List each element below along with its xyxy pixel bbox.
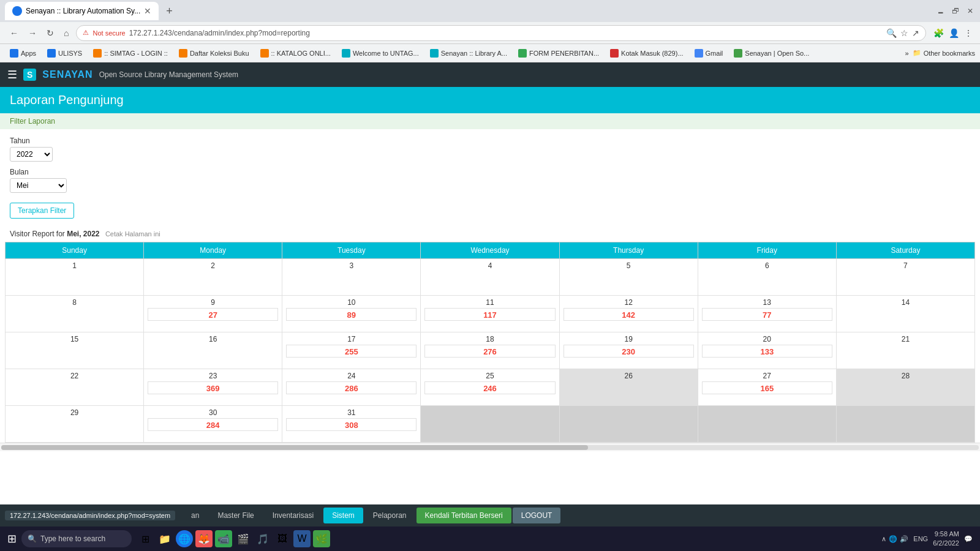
filter-section: Filter Laporan [0,113,980,129]
word-icon[interactable]: W [293,530,311,547]
clock[interactable]: 9:58 AM 6/2/2022 [933,530,959,549]
scrollbar-track[interactable] [1,445,979,450]
bookmark-gmail[interactable]: Gmail [690,47,728,59]
header-wednesday: Wednesday [421,242,559,259]
scrollbar-thumb[interactable] [1,445,588,450]
notification-icon[interactable]: 💬 [964,535,973,543]
nav-item-logout[interactable]: LOGOUT [513,508,561,523]
active-tab[interactable]: Senayan :: Library Automation Sy... ✕ [5,2,159,20]
calendar-cell: 7 [836,259,974,296]
calendar-cell: 19230 [559,332,698,369]
restore-button[interactable]: 🗗 [951,6,960,16]
file-manager-icon[interactable]: 📁 [156,530,173,547]
start-button[interactable]: ⊞ [2,532,21,545]
nav-item-inventarisasi[interactable]: Inventarisasi [264,508,322,523]
bookmark-form[interactable]: FORM PENERBITAN... [513,47,604,59]
minimize-button[interactable]: 🗕 [936,6,946,16]
senayan-lib-label: Senayan :: Library A... [441,50,507,57]
photo-icon[interactable]: 🖼 [274,530,291,547]
green-icon[interactable]: 🌿 [313,530,330,547]
day-number: 31 [286,408,417,417]
other-bookmarks[interactable]: 📁 Other bookmarks [913,49,975,57]
nav-item-pelaporan[interactable]: Pelaporan [364,508,415,523]
nav-item-an[interactable]: an [183,508,208,523]
bookmark-welcome[interactable]: Welcome to UNTAG... [337,47,424,59]
day-number: 30 [148,408,278,417]
nav-item-sistem[interactable]: Sistem [323,508,363,523]
nav-item-kendali[interactable]: Kendali Terbitan Berseri [417,508,511,523]
new-tab-button[interactable]: + [161,5,178,18]
calendar-cell: 24286 [282,369,421,406]
kotak-icon [610,49,619,58]
profile-icon[interactable]: 👤 [949,28,959,38]
day-number: 14 [840,298,971,307]
ulisys-label: ULISYS [58,50,82,57]
day-number: 23 [148,372,278,380]
kotak-label: Kotak Masuk (829)... [621,50,684,57]
tray-network[interactable]: 🌐 [889,535,897,543]
koleksi-label: Daftar Koleksi Buku [190,50,249,57]
visitor-count-box: 117 [424,308,555,321]
address-input[interactable]: ⚠ Not secure 172.27.1.243/cendana/admin/… [76,25,926,41]
menu-icon[interactable]: ⋮ [964,28,973,38]
bookmarks-overflow-button[interactable]: » [905,50,909,57]
bookmark-simtag[interactable]: :: SIMTAG - LOGIN :: [88,47,173,59]
month-select[interactable]: Mei Januari Februari Maret April Juni Ju… [10,178,67,193]
search-placeholder: Type here to search [40,534,105,543]
tray-arrow[interactable]: ∧ [881,535,886,543]
search-icon[interactable]: 🔍 [886,28,897,38]
calendar-cell: 11117 [421,296,559,332]
taskbar-search[interactable]: 🔍 Type here to search [21,530,132,547]
filter-button[interactable]: Terapkan Filter [10,203,74,219]
welcome-icon [342,49,350,58]
firefox-icon[interactable]: 🦊 [195,530,213,547]
filter-label[interactable]: Filter Laporan [10,117,55,126]
home-button[interactable]: ⌂ [61,28,71,38]
calendar-cell: 1 [6,259,144,296]
music-icon[interactable]: 🎵 [254,530,271,547]
visitor-count-value: 369 [148,384,277,393]
bookmark-katalog[interactable]: :: KATALOG ONLI... [255,47,336,59]
calendar-cell: 5 [559,259,698,296]
nav-item-master-file[interactable]: Master File [209,508,262,523]
month-label: Bulan [10,168,970,176]
visitor-count-box: 369 [148,381,278,394]
calendar-cell: 18276 [421,332,559,369]
back-button[interactable]: ← [7,28,21,38]
calendar-cell [836,406,974,443]
reload-button[interactable]: ↻ [44,28,56,38]
video-icon[interactable]: 🎬 [235,530,252,547]
forward-button[interactable]: → [26,28,39,38]
hamburger-menu-button[interactable]: ☰ [7,68,17,81]
tray-volume[interactable]: 🔊 [900,535,908,543]
calendar-body: 1234567892710891111712142137714151617255… [6,259,975,443]
day-number: 10 [286,298,417,307]
bookmark-ulisys[interactable]: ULISYS [42,47,87,59]
tab-close-button[interactable]: ✕ [144,6,151,16]
tab-favicon [12,6,22,16]
calendar-cell: 22 [6,369,144,406]
bookmark-senayan-lib[interactable]: Senayan :: Library A... [425,47,512,59]
security-label: Not secure [92,29,125,37]
visitor-count-box: 246 [424,381,555,394]
year-select[interactable]: 2022 2021 2020 2023 [10,147,53,162]
bookmark-senayan-open[interactable]: Senayan | Open So... [729,47,814,59]
print-link[interactable]: Cetak Halaman ini [105,230,160,238]
bookmark-apps[interactable]: Apps [5,47,41,59]
day-number: 29 [9,408,140,417]
bookmark-koleksi[interactable]: Daftar Koleksi Buku [174,47,254,59]
share-icon[interactable]: ↗ [912,28,919,38]
visitor-count-box: 27 [148,308,278,321]
visitor-count-box: 142 [564,308,694,321]
page-title: Laporan Pengunjung [10,93,970,107]
bookmark-star-icon[interactable]: ☆ [900,28,908,38]
task-view-icon[interactable]: ⊞ [137,530,154,547]
close-button[interactable]: ✕ [965,6,975,16]
bookmark-kotak[interactable]: Kotak Masuk (829)... [605,47,688,59]
chrome-icon[interactable]: 🌐 [176,530,193,547]
meet-icon[interactable]: 📹 [215,530,232,547]
report-info-prefix: Visitor Report for [10,230,65,238]
day-number: 18 [424,335,555,343]
extension-icon[interactable]: 🧩 [933,28,944,38]
visitor-count-value: 230 [564,347,693,356]
